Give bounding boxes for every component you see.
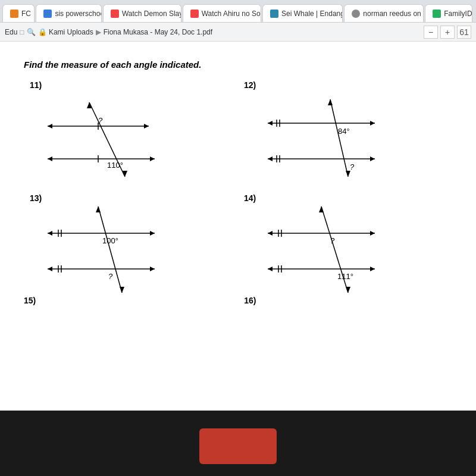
problem-11: 11) bbox=[24, 76, 238, 189]
label-12-angle: 84° bbox=[338, 127, 350, 136]
label-14-unknown: ? bbox=[330, 236, 335, 245]
svg-marker-30 bbox=[48, 267, 52, 271]
whale-favicon bbox=[270, 10, 278, 18]
fc-favicon bbox=[10, 10, 18, 18]
tab-powerschool[interactable]: sis powerschool bbox=[36, 4, 102, 22]
window-controls: − + 61 bbox=[424, 26, 471, 39]
main-instruction: Find the measure of each angle indicated… bbox=[24, 60, 452, 70]
label-14-angle: 111° bbox=[337, 272, 353, 281]
tab-norman[interactable]: norman reedus on I... bbox=[344, 4, 424, 22]
tab-powerschool-label: sis powerschool bbox=[55, 10, 102, 18]
svg-marker-31 bbox=[150, 267, 155, 271]
svg-marker-1 bbox=[48, 124, 52, 129]
svg-marker-13 bbox=[370, 121, 375, 126]
diagram-11: ? 110° bbox=[30, 90, 184, 186]
diagram-13: 100° ? bbox=[30, 201, 184, 302]
breadcrumb-filename: Fiona Mukasa - May 24, Doc 1.pdf bbox=[104, 28, 212, 36]
familyid-favicon bbox=[433, 10, 441, 18]
tab-whale-label: Sei Whale | Endang... bbox=[281, 10, 343, 18]
label-13-angle: 100° bbox=[102, 236, 118, 245]
svg-marker-39 bbox=[370, 231, 375, 236]
label-12-unknown: ? bbox=[350, 162, 355, 171]
problem-14: 14) bbox=[238, 189, 452, 302]
pdf-content: Find the measure of each angle indicated… bbox=[0, 42, 476, 317]
svg-marker-43 bbox=[268, 267, 273, 271]
tab-norman-label: norman reedus on I... bbox=[363, 10, 424, 18]
svg-marker-5 bbox=[48, 156, 52, 161]
tab-familyid-label: FamilyID bbox=[444, 10, 472, 18]
zoom-level: 61 bbox=[457, 26, 471, 39]
svg-marker-12 bbox=[268, 121, 273, 126]
tab-demon-label: Watch Demon Slay... bbox=[122, 10, 181, 18]
svg-marker-38 bbox=[268, 231, 273, 236]
breadcrumb-edu: Edu bbox=[5, 28, 17, 36]
tab-ahiru-label: Watch Ahiru no Sor... bbox=[202, 10, 261, 18]
diagram-12: 84° ? bbox=[244, 87, 411, 189]
sis-favicon bbox=[43, 10, 52, 18]
norman-favicon bbox=[352, 10, 360, 18]
tab-ahiru[interactable]: Watch Ahiru no Sor... bbox=[183, 4, 261, 22]
svg-marker-2 bbox=[144, 124, 149, 129]
problems-grid: 11) bbox=[24, 76, 452, 302]
label-11-unknown: ? bbox=[98, 116, 103, 125]
tab-fc[interactable]: FC bbox=[2, 4, 35, 22]
svg-marker-48 bbox=[319, 206, 324, 212]
tab-sei-whale[interactable]: Sei Whale | Endang... bbox=[262, 4, 343, 22]
svg-marker-26 bbox=[150, 231, 155, 236]
svg-marker-36 bbox=[120, 287, 124, 293]
pdf-content-area: Find the measure of each angle indicated… bbox=[0, 42, 476, 411]
svg-marker-18 bbox=[370, 156, 375, 161]
diagram-14: ? 111° bbox=[244, 201, 411, 302]
label-11-angle: 110° bbox=[107, 161, 123, 170]
breadcrumb: Edu □ 🔍 🔒 Kami Uploads ▶ Fiona Mukasa - … bbox=[5, 28, 212, 36]
tab-familyid[interactable]: FamilyID bbox=[425, 4, 472, 22]
demon-favicon bbox=[111, 10, 119, 18]
ahiru-favicon bbox=[190, 10, 199, 18]
problem-11-number: 11) bbox=[30, 80, 42, 90]
svg-marker-23 bbox=[346, 171, 350, 177]
bottom-dark-area bbox=[0, 411, 476, 476]
problem-12: 12) bbox=[238, 76, 452, 189]
tab-demon-slay[interactable]: Watch Demon Slay... bbox=[103, 4, 181, 22]
red-object bbox=[199, 428, 277, 464]
svg-marker-22 bbox=[328, 99, 333, 105]
breadcrumb-kami: 🔒 Kami Uploads bbox=[38, 28, 93, 36]
svg-marker-44 bbox=[370, 267, 375, 271]
label-13-unknown: ? bbox=[108, 272, 113, 281]
tab-fc-label: FC bbox=[21, 10, 31, 18]
svg-marker-6 bbox=[150, 156, 155, 161]
svg-marker-25 bbox=[48, 231, 52, 236]
svg-line-21 bbox=[330, 99, 348, 177]
svg-marker-17 bbox=[268, 156, 273, 161]
breadcrumb-search: 🔍 bbox=[27, 28, 36, 36]
minimize-button[interactable]: − bbox=[424, 26, 438, 39]
breadcrumb-sep1: □ bbox=[20, 28, 24, 36]
browser-tabs: FC sis powerschool Watch Demon Slay... W… bbox=[0, 0, 476, 23]
breadcrumb-sep2: ▶ bbox=[96, 28, 101, 36]
svg-marker-49 bbox=[346, 287, 350, 293]
maximize-button[interactable]: + bbox=[440, 26, 455, 39]
browser-bar: Edu □ 🔍 🔒 Kami Uploads ▶ Fiona Mukasa - … bbox=[0, 23, 476, 42]
svg-marker-35 bbox=[96, 206, 101, 212]
problem-13: 13) bbox=[24, 189, 238, 302]
